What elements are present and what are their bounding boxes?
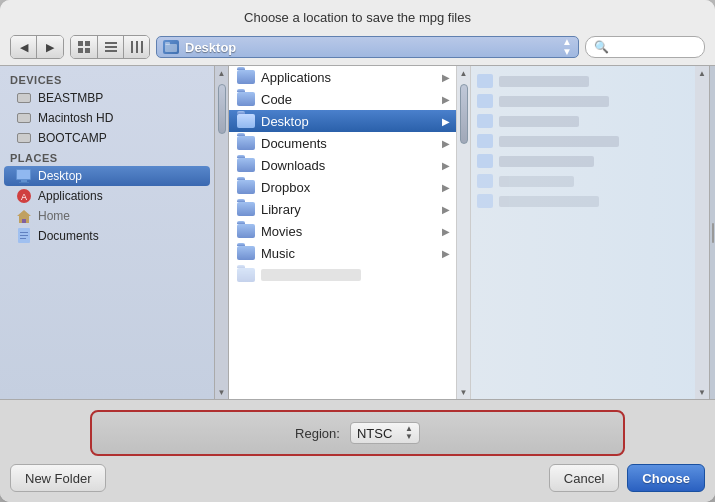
- sidebar: DEVICES BEASTMBP Macintosh HD: [0, 66, 215, 399]
- home-icon: [16, 208, 32, 224]
- svg-text:A: A: [21, 192, 27, 202]
- cancel-button[interactable]: Cancel: [549, 464, 619, 492]
- resize-handle[interactable]: [709, 66, 715, 399]
- file-column: Applications ▶ Code ▶ Desktop ▶: [229, 66, 457, 399]
- view-buttons: [70, 35, 150, 59]
- forward-button[interactable]: ▶: [37, 36, 63, 58]
- chevron-right-icon-7: ▶: [442, 204, 450, 215]
- location-arrows-icon: ▲ ▼: [562, 37, 572, 57]
- region-stepper-icon: ▲ ▼: [405, 425, 413, 441]
- location-label: Desktop: [185, 40, 562, 55]
- column-view-button[interactable]: [123, 36, 149, 58]
- sidebar-item-home[interactable]: Home: [0, 206, 214, 226]
- search-input[interactable]: [611, 40, 696, 54]
- sub-column-scrollbar[interactable]: ▲ ▼: [695, 66, 709, 399]
- folder-icon-movies: [237, 223, 255, 239]
- svg-rect-5: [105, 46, 117, 48]
- sidebar-item-bootcamp[interactable]: BOOTCAMP: [0, 128, 214, 148]
- file-label-downloads: Downloads: [261, 158, 325, 173]
- location-folder-icon: [163, 40, 179, 54]
- file-item-desktop[interactable]: Desktop ▶: [229, 110, 456, 132]
- svg-rect-1: [85, 41, 90, 46]
- sidebar-label-home: Home: [38, 209, 70, 223]
- folder-icon-documents: [237, 135, 255, 151]
- file-item-code[interactable]: Code ▶: [229, 88, 456, 110]
- file-item-movies[interactable]: Movies ▶: [229, 220, 456, 242]
- svg-rect-9: [141, 41, 143, 53]
- file-item-music[interactable]: Music ▶: [229, 242, 456, 264]
- sub-column: ▲ ▼: [471, 66, 709, 399]
- file-item-dropbox[interactable]: Dropbox ▶: [229, 176, 456, 198]
- file-label-applications: Applications: [261, 70, 331, 85]
- svg-rect-0: [78, 41, 83, 46]
- file-item-blurred: [229, 264, 456, 286]
- svg-rect-19: [22, 219, 26, 223]
- file-column-scrollbar[interactable]: ▲ ▼: [457, 66, 471, 399]
- places-header: PLACES: [0, 148, 214, 166]
- browser-area: DEVICES BEASTMBP Macintosh HD: [0, 65, 715, 400]
- region-label: Region:: [295, 426, 340, 441]
- right-buttons: Cancel Choose: [549, 464, 705, 492]
- sidebar-label-desktop: Desktop: [38, 169, 82, 183]
- location-dropdown[interactable]: Desktop ▲ ▼: [156, 36, 579, 58]
- sidebar-item-applications[interactable]: A Applications: [0, 186, 214, 206]
- sidebar-label-macintosh-hd: Macintosh HD: [38, 111, 113, 125]
- svg-rect-10: [165, 44, 177, 52]
- file-label-code: Code: [261, 92, 292, 107]
- svg-rect-23: [20, 238, 26, 239]
- hdd-icon-bootcamp: [16, 130, 32, 146]
- sidebar-scrollbar[interactable]: ▲ ▼: [215, 66, 229, 399]
- svg-rect-22: [20, 235, 28, 236]
- toolbar: ◀ ▶ Desktop ▲ ▼: [0, 31, 715, 65]
- devices-header: DEVICES: [0, 70, 214, 88]
- desktop-icon: [16, 168, 32, 184]
- chevron-right-icon-6: ▶: [442, 182, 450, 193]
- search-box: 🔍: [585, 36, 705, 58]
- svg-rect-2: [78, 48, 83, 53]
- bottom-section: Region: NTSC ▲ ▼ New Folder Cancel Choos…: [0, 400, 715, 502]
- region-select[interactable]: NTSC ▲ ▼: [350, 422, 420, 444]
- hdd-icon-macintosh: [16, 110, 32, 126]
- svg-rect-8: [136, 41, 138, 53]
- file-label-documents: Documents: [261, 136, 327, 151]
- file-item-downloads[interactable]: Downloads ▶: [229, 154, 456, 176]
- sidebar-item-macintosh-hd[interactable]: Macintosh HD: [0, 108, 214, 128]
- file-item-applications[interactable]: Applications ▶: [229, 66, 456, 88]
- choose-button[interactable]: Choose: [627, 464, 705, 492]
- documents-icon: [16, 228, 32, 244]
- folder-icon-code: [237, 91, 255, 107]
- sidebar-item-documents[interactable]: Documents: [0, 226, 214, 246]
- folder-icon-blurred: [237, 267, 255, 283]
- region-box: Region: NTSC ▲ ▼: [90, 410, 625, 456]
- chevron-right-icon-5: ▶: [442, 160, 450, 171]
- nav-buttons: ◀ ▶: [10, 35, 64, 59]
- svg-rect-11: [165, 42, 170, 45]
- svg-rect-14: [21, 180, 27, 182]
- svg-rect-13: [17, 170, 30, 179]
- sidebar-item-desktop[interactable]: Desktop: [4, 166, 210, 186]
- icon-view-button[interactable]: [71, 36, 97, 58]
- file-item-library[interactable]: Library ▶: [229, 198, 456, 220]
- svg-rect-6: [105, 50, 117, 52]
- new-folder-button[interactable]: New Folder: [10, 464, 106, 492]
- file-label-desktop: Desktop: [261, 114, 309, 129]
- chevron-right-icon-8: ▶: [442, 226, 450, 237]
- list-view-button[interactable]: [97, 36, 123, 58]
- file-label-library: Library: [261, 202, 301, 217]
- folder-icon-downloads: [237, 157, 255, 173]
- back-button[interactable]: ◀: [11, 36, 37, 58]
- search-icon: 🔍: [594, 40, 609, 54]
- applications-icon: A: [16, 188, 32, 204]
- save-dialog: Choose a location to save the mpg files …: [0, 0, 715, 502]
- file-label-music: Music: [261, 246, 295, 261]
- file-label-movies: Movies: [261, 224, 302, 239]
- file-list-container: Applications ▶ Code ▶ Desktop ▶: [229, 66, 715, 399]
- sidebar-item-beastmbp[interactable]: BEASTMBP: [0, 88, 214, 108]
- svg-rect-7: [131, 41, 133, 53]
- file-label-dropbox: Dropbox: [261, 180, 310, 195]
- folder-icon-desktop: [237, 113, 255, 129]
- hdd-icon-beastmbp: [16, 90, 32, 106]
- chevron-right-icon: ▶: [442, 72, 450, 83]
- svg-rect-15: [19, 182, 29, 183]
- file-item-documents[interactable]: Documents ▶: [229, 132, 456, 154]
